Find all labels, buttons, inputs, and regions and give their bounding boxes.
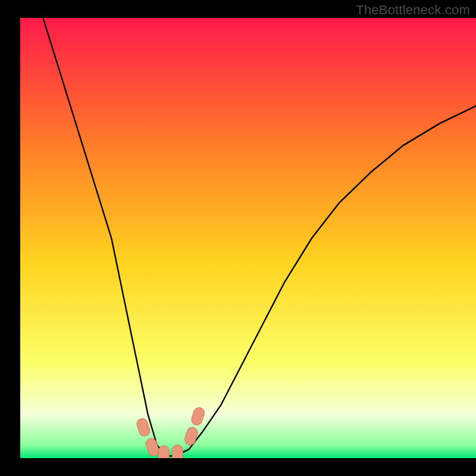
chart-frame: TheBottleneck.com [0,0,476,476]
plot-background [20,18,476,458]
frame-left [0,0,20,476]
bottleneck-chart [0,0,476,476]
frame-bottom [0,458,476,476]
watermark-text: TheBottleneck.com [356,2,470,18]
